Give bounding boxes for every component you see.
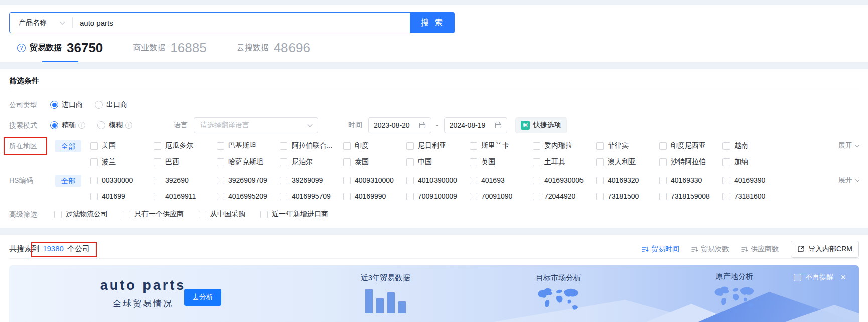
sort-by-trade-time[interactable]: 贸易时间	[642, 245, 679, 254]
search-category-select[interactable]: 产品名称	[10, 18, 72, 27]
hs-code-checkbox[interactable]: 00330000	[90, 175, 154, 186]
region-checkbox[interactable]: 沙特阿拉伯	[659, 156, 722, 168]
analyze-button[interactable]: 去分析	[184, 289, 221, 306]
region-checkbox[interactable]: 美国	[90, 140, 154, 151]
hs-code-checkbox[interactable]: 40169330	[659, 175, 722, 186]
start-date-picker[interactable]: 2023-08-20	[368, 117, 431, 133]
hs-code-checkbox[interactable]: 4010390000	[406, 175, 470, 186]
results-count-number: 19380	[43, 244, 64, 253]
tab-cloud-search-data[interactable]: 云搜数据 48696	[237, 41, 310, 62]
region-checkbox[interactable]: 越南	[722, 140, 786, 151]
info-circle-icon[interactable]: i	[78, 122, 85, 129]
dismiss-checkbox[interactable]	[794, 274, 801, 281]
info-circle-icon[interactable]: i	[125, 122, 132, 129]
region-row-2: 波兰 巴西 哈萨克斯坦 尼泊尔	[90, 156, 786, 168]
tab-trade-data[interactable]: ? 贸易数据 36750	[17, 41, 103, 62]
region-checkbox[interactable]: 英国	[470, 156, 533, 168]
tab-label: 商业数据	[133, 43, 165, 53]
region-checkbox[interactable]: 印度	[343, 140, 406, 151]
hs-code-checkbox[interactable]: 72044920	[533, 191, 596, 202]
region-row-1: 美国 厄瓜多尔 巴基斯坦 阿拉伯联合...	[90, 140, 786, 151]
hs-code-all-chip[interactable]: 全部	[55, 175, 81, 187]
checkbox-icon	[470, 177, 477, 184]
hs-code-checkbox[interactable]: 39269099	[280, 175, 343, 186]
region-checkbox[interactable]: 巴西	[154, 156, 217, 168]
hs-code-checkbox[interactable]: 73181500	[596, 191, 659, 202]
search-button[interactable]: 搜 索	[410, 12, 455, 33]
tab-business-data[interactable]: 商业数据 16885	[133, 41, 206, 62]
checkbox-icon	[659, 142, 667, 150]
advanced-checkbox[interactable]: 近一年新增进口商	[260, 209, 328, 220]
radio-exact-mode[interactable]: 精确 i	[50, 121, 85, 130]
hs-code-checkbox[interactable]: 3926909709	[217, 175, 280, 186]
radio-exporter[interactable]: 出口商	[95, 100, 127, 109]
chevron-down-icon	[855, 178, 859, 182]
hs-code-checkbox[interactable]: 401699	[90, 191, 154, 202]
hs-code-checkbox[interactable]: 4016995209	[217, 191, 280, 202]
advanced-checkbox[interactable]: 从中国采购	[199, 209, 245, 220]
sort-descending-icon	[691, 246, 698, 253]
hs-code-checkbox[interactable]: 401693	[470, 175, 533, 186]
region-checkbox[interactable]: 澳大利亚	[596, 156, 659, 168]
region-checkbox[interactable]: 中国	[406, 156, 470, 168]
region-checkbox[interactable]: 菲律宾	[596, 140, 659, 151]
hs-code-checkbox[interactable]: 73181600	[722, 191, 786, 202]
hs-code-checkbox[interactable]: 7009100009	[406, 191, 470, 202]
close-icon[interactable]: ×	[840, 273, 846, 282]
hs-code-checkbox[interactable]: 40169320	[596, 175, 659, 186]
region-checkbox[interactable]: 加纳	[722, 156, 786, 168]
region-checkbox[interactable]: 厄瓜多尔	[154, 140, 217, 151]
checkbox-icon	[659, 177, 667, 184]
region-all-chip[interactable]: 全部	[55, 140, 81, 152]
chevron-down-icon	[855, 143, 859, 147]
sort-by-trade-count[interactable]: 贸易次数	[691, 245, 729, 254]
hs-code-checkbox[interactable]: 40169990	[343, 191, 406, 202]
region-checkbox[interactable]: 尼泊尔	[280, 156, 343, 168]
question-circle-icon[interactable]: ?	[17, 44, 26, 52]
hs-code-checkbox[interactable]: 4016995709	[280, 191, 343, 202]
checkbox-icon	[596, 158, 604, 166]
checkbox-icon	[533, 177, 540, 184]
region-checkbox[interactable]: 巴基斯坦	[217, 140, 280, 151]
hs-code-row-2: 401699 40169911 4016995209 40169	[90, 191, 786, 202]
import-crm-button[interactable]: 导入内部CRM	[791, 241, 859, 258]
hs-code-label: HS编码	[9, 175, 50, 186]
checkbox-icon	[533, 193, 540, 200]
hs-code-checkbox[interactable]: 4016930005	[533, 175, 596, 186]
advanced-checkbox[interactable]: 过滤物流公司	[54, 209, 108, 220]
hs-code-row-1: 00330000 392690 3926909709 39269	[90, 175, 786, 186]
search-bar: 产品名称	[9, 12, 410, 33]
region-checkbox[interactable]: 泰国	[343, 156, 406, 168]
end-date-picker[interactable]: 2024-08-19	[444, 117, 507, 133]
language-select[interactable]: 请选择翻译语言	[194, 117, 318, 133]
sort-by-supplier-count[interactable]: 供应商数	[741, 245, 779, 254]
hs-code-expand-toggle[interactable]: 展开	[838, 176, 859, 185]
region-checkbox[interactable]: 阿拉伯联合...	[280, 140, 343, 151]
region-checkbox[interactable]: 土耳其	[533, 156, 596, 168]
banner-title-block: auto parts 全球贸易情况	[100, 278, 186, 309]
radio-importer[interactable]: 进口商	[50, 100, 83, 109]
advanced-checkbox[interactable]: 只有一个供应商	[123, 209, 184, 220]
radio-fuzzy-mode[interactable]: 模糊 i	[97, 121, 132, 130]
checkbox-icon	[596, 142, 604, 150]
hs-code-checkbox[interactable]: 40169911	[154, 191, 217, 202]
hs-code-checkbox[interactable]: 70091090	[470, 191, 533, 202]
hs-code-checkbox[interactable]: 392690	[154, 175, 217, 186]
region-expand-toggle[interactable]: 展开	[838, 141, 859, 150]
region-checkbox[interactable]: 哈萨克斯坦	[217, 156, 280, 168]
radio-icon	[50, 121, 58, 129]
hs-code-checkbox[interactable]: 40169390	[722, 175, 786, 186]
region-checkbox[interactable]: 委内瑞拉	[533, 140, 596, 151]
tab-count: 48696	[274, 41, 310, 54]
hs-code-checkbox[interactable]: 4009310000	[343, 175, 406, 186]
region-checkbox[interactable]: 斯里兰卡	[470, 140, 533, 151]
region-checkbox[interactable]: 波兰	[90, 156, 154, 168]
hs-code-checkbox[interactable]: 7318159008	[659, 191, 722, 202]
search-input[interactable]	[73, 19, 410, 27]
quick-options-button[interactable]: ⌘ 快捷选项	[515, 117, 567, 133]
checkbox-icon	[343, 193, 351, 200]
region-checkbox[interactable]: 尼日利亚	[406, 140, 470, 151]
search-mode-label: 搜索模式	[9, 120, 50, 131]
checkbox-icon	[154, 158, 161, 166]
region-checkbox[interactable]: 印度尼西亚	[659, 140, 722, 151]
